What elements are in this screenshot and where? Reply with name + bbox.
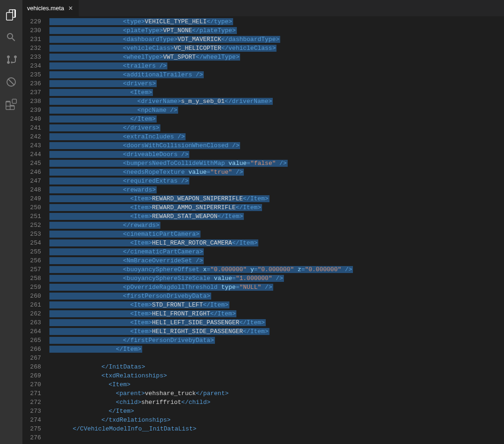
search-icon[interactable] <box>0 26 22 48</box>
code-line <box>49 433 504 442</box>
code-line: </Item> <box>49 115 504 123</box>
line-number: 261 <box>22 301 41 309</box>
extensions-icon[interactable] <box>0 93 22 116</box>
line-number: 231 <box>22 35 41 44</box>
code-line: <Item>REWARD_WEAPON_SNIPERRIFLE</Item> <box>49 194 504 203</box>
code-line: <requiredExtras /> <box>49 177 504 185</box>
code-line: </Item> <box>49 345 504 354</box>
code-line: <Item>HELI_RIGHT_SIDE_PASSENGER</Item> <box>49 327 504 336</box>
line-number: 276 <box>22 433 41 442</box>
code-line: <cinematicPartCamera> <box>49 230 504 239</box>
code-line: </firstPersonDrivebyData> <box>49 336 504 345</box>
line-number: 235 <box>22 70 41 79</box>
line-number: 263 <box>22 318 41 327</box>
code-line: <buoyancySphereSizeScale value="1.000000… <box>49 274 504 283</box>
close-icon[interactable]: × <box>67 5 74 12</box>
line-number-gutter: 2292302312322332342352362372382392402412… <box>22 17 49 444</box>
code-line: <vehicleClass>VC_HELICOPTER</vehicleClas… <box>49 44 504 53</box>
line-number: 244 <box>22 150 41 159</box>
code-line: <Item> <box>49 88 504 97</box>
code-line: <trailers /> <box>49 61 504 70</box>
line-number: 239 <box>22 106 41 115</box>
code-line: </CVehicleModelInfo__InitDataList> <box>49 424 504 433</box>
line-number: 253 <box>22 230 41 239</box>
explorer-icon[interactable] <box>0 4 22 26</box>
line-number: 248 <box>22 185 41 194</box>
line-number: 233 <box>22 53 41 61</box>
code-line: <driveableDoors /> <box>49 150 504 159</box>
line-number: 266 <box>22 345 41 354</box>
code-line <box>49 354 504 362</box>
debug-icon[interactable] <box>0 71 22 93</box>
line-number: 274 <box>22 416 41 424</box>
code-line: <Item> <box>49 380 504 389</box>
line-number: 243 <box>22 141 41 150</box>
line-number: 245 <box>22 159 41 168</box>
line-number: 237 <box>22 88 41 97</box>
line-number: 270 <box>22 380 41 389</box>
tab-bar: vehicles.meta × <box>22 0 504 16</box>
activity-bar <box>0 0 22 444</box>
line-number: 259 <box>22 283 41 292</box>
line-number: 247 <box>22 177 41 185</box>
line-number: 271 <box>22 389 41 398</box>
line-number: 251 <box>22 212 41 221</box>
line-number: 246 <box>22 168 41 177</box>
code-line: </txdRelationships> <box>49 416 504 424</box>
code-line: <needsRopeTexture value="true" /> <box>49 168 504 177</box>
line-number: 267 <box>22 354 41 362</box>
code-line: <rewards> <box>49 185 504 194</box>
code-line: <dashboardType>VDT_MAVERICK</dashboardTy… <box>49 35 504 44</box>
code-area[interactable]: <type>VEHICLE_TYPE_HELI</type><plateType… <box>49 17 504 444</box>
line-number: 264 <box>22 327 41 336</box>
code-line: </InitDatas> <box>49 362 504 371</box>
line-number: 236 <box>22 79 41 88</box>
line-number: 257 <box>22 265 41 274</box>
code-line: <driverName>s_m_y_seb_01</driverName> <box>49 97 504 106</box>
code-line: <pOverrideRagdollThreshold type="NULL" /… <box>49 283 504 292</box>
line-number: 234 <box>22 61 41 70</box>
code-line: <firstPersonDrivebyData> <box>49 292 504 301</box>
code-line: <NmBraceOverrideSet /> <box>49 256 504 265</box>
code-line: <plateType>VPT_NONE</plateType> <box>49 26 504 35</box>
code-line: <child>sheriffriot</child> <box>49 398 504 407</box>
code-line: <buoyancySphereOffset x="0.000000" y="0.… <box>49 265 504 274</box>
line-number: 260 <box>22 292 41 301</box>
code-line: </cinematicPartCamera> <box>49 247 504 256</box>
code-line: <txdRelationships> <box>49 371 504 380</box>
code-line: <parent>vehshare_truck</parent> <box>49 389 504 398</box>
tab-label: vehicles.meta <box>27 5 64 12</box>
code-line: </rewards> <box>49 221 504 230</box>
line-number: 240 <box>22 115 41 123</box>
tab-vehicles-meta[interactable]: vehicles.meta × <box>22 0 79 16</box>
code-line: <Item>STD_FRONT_LEFT</Item> <box>49 301 504 309</box>
line-number: 230 <box>22 26 41 35</box>
line-number: 268 <box>22 362 41 371</box>
line-number: 249 <box>22 194 41 203</box>
editor[interactable]: 2292302312322332342352362372382392402412… <box>22 16 504 444</box>
code-line: <drivers> <box>49 79 504 88</box>
line-number: 269 <box>22 371 41 380</box>
line-number: 265 <box>22 336 41 345</box>
line-number: 254 <box>22 239 41 247</box>
line-number: 255 <box>22 247 41 256</box>
code-line: <additionalTrailers /> <box>49 70 504 79</box>
code-line: </drivers> <box>49 123 504 132</box>
line-number: 252 <box>22 221 41 230</box>
line-number: 275 <box>22 424 41 433</box>
code-line: <Item>HELI_LEFT_SIDE_PASSENGER</Item> <box>49 318 504 327</box>
code-line: <npcName /> <box>49 106 504 115</box>
code-line: <Item>REWARD_STAT_WEAPON</Item> <box>49 212 504 221</box>
code-line: <Item>REWARD_AMMO_SNIPERRIFLE</Item> <box>49 203 504 212</box>
code-line: <Item>HELI_FRONT_RIGHT</Item> <box>49 309 504 318</box>
line-number: 262 <box>22 309 41 318</box>
code-line: <doorsWithCollisionWhenClosed /> <box>49 141 504 150</box>
line-number: 258 <box>22 274 41 283</box>
code-line: <wheelType>VWT_SPORT</wheelType> <box>49 53 504 61</box>
source-control-icon[interactable] <box>0 48 22 71</box>
line-number: 272 <box>22 398 41 407</box>
line-number: 241 <box>22 123 41 132</box>
line-number: 238 <box>22 97 41 106</box>
code-line: <extraIncludes /> <box>49 132 504 141</box>
line-number: 273 <box>22 407 41 416</box>
